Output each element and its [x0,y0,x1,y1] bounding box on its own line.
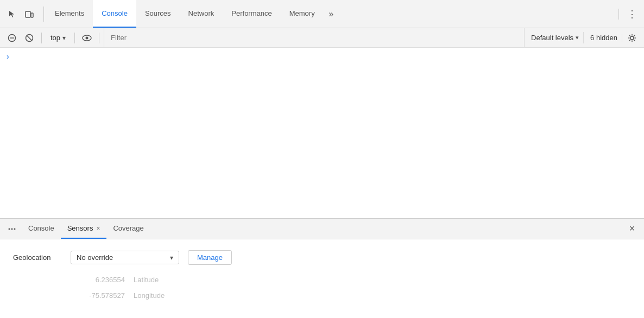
svg-point-7 [86,36,89,39]
tab-performance[interactable]: Performance [223,0,280,28]
bottom-drawer: Console Sensors × Coverage × Geolocation… [0,218,644,318]
drawer-tab-coverage[interactable]: Coverage [106,219,150,239]
svg-rect-1 [31,13,33,17]
hidden-count: 6 hidden [586,34,622,42]
devtools-container: Elements Console Sources Network Perform… [0,0,644,318]
longitude-value: -75.578527 [71,291,125,300]
geolocation-label: Geolocation [13,253,62,262]
top-toolbar: Elements Console Sources Network Perform… [0,0,644,28]
drawer-menu-btn[interactable] [4,221,20,237]
svg-line-5 [27,35,32,40]
context-selector[interactable]: top ▾ [46,33,70,43]
geolocation-select[interactable]: No override ▾ [71,251,179,264]
toolbar-divider3 [99,33,99,43]
geolocation-row: Geolocation No override ▾ Manage [13,250,631,265]
levels-btn[interactable]: Default levels ▾ [527,32,584,43]
ban-btn[interactable] [22,30,37,46]
svg-point-10 [11,228,13,230]
svg-rect-0 [26,11,30,17]
tab-elements[interactable]: Elements [46,0,93,28]
longitude-label: Longitude [134,291,165,300]
latitude-value: 6.236554 [71,276,125,284]
drawer-tab-sensors[interactable]: Sensors × [61,219,107,239]
tab-sources[interactable]: Sources [136,0,180,28]
chevron-down-icon: ▾ [62,34,66,42]
manage-button[interactable]: Manage [188,250,232,265]
console-body: › [0,48,644,218]
tab-memory[interactable]: Memory [281,0,324,28]
tab-network[interactable]: Network [180,0,223,28]
clear-console-btn[interactable] [4,30,20,46]
toolbar-icons [4,7,44,22]
close-sensors-tab-icon[interactable]: × [96,225,100,232]
levels-chevron-icon: ▾ [576,34,579,41]
cursor-icon-btn[interactable] [4,7,20,22]
drawer-tab-console[interactable]: Console [22,219,61,239]
toolbar-right: ⋮ [616,7,640,22]
longitude-row: -75.578527 Longitude [13,291,631,300]
more-tabs-btn[interactable]: » [324,7,339,22]
sensors-panel: Geolocation No override ▾ Manage 6.23655… [0,239,644,318]
nav-tabs: Elements Console Sources Network Perform… [46,0,616,28]
svg-point-9 [9,228,10,230]
tab-console[interactable]: Console [93,0,136,28]
select-chevron-icon: ▾ [170,254,173,262]
console-toolbar: top ▾ Default levels ▾ 6 hidden [0,28,644,48]
filter-input[interactable] [106,34,522,42]
prompt-chevron[interactable]: › [7,52,9,61]
toolbar-divider2 [74,33,75,43]
close-icon: × [629,223,635,234]
drawer-tabs-bar: Console Sensors × Coverage × [0,219,644,239]
responsive-icon-btn[interactable] [22,7,37,22]
filter-area [104,28,525,47]
svg-point-11 [14,228,16,230]
eye-icon-btn[interactable] [79,30,94,46]
console-settings-btn[interactable] [624,30,640,46]
close-drawer-btn[interactable]: × [624,221,640,237]
latitude-label: Latitude [134,276,159,284]
latitude-row: 6.236554 Latitude [13,276,631,284]
devtools-menu-btn[interactable]: ⋮ [624,7,640,22]
toolbar-divider [41,33,42,43]
main-area: › [0,48,644,218]
divider [618,9,619,20]
svg-point-8 [630,36,634,40]
